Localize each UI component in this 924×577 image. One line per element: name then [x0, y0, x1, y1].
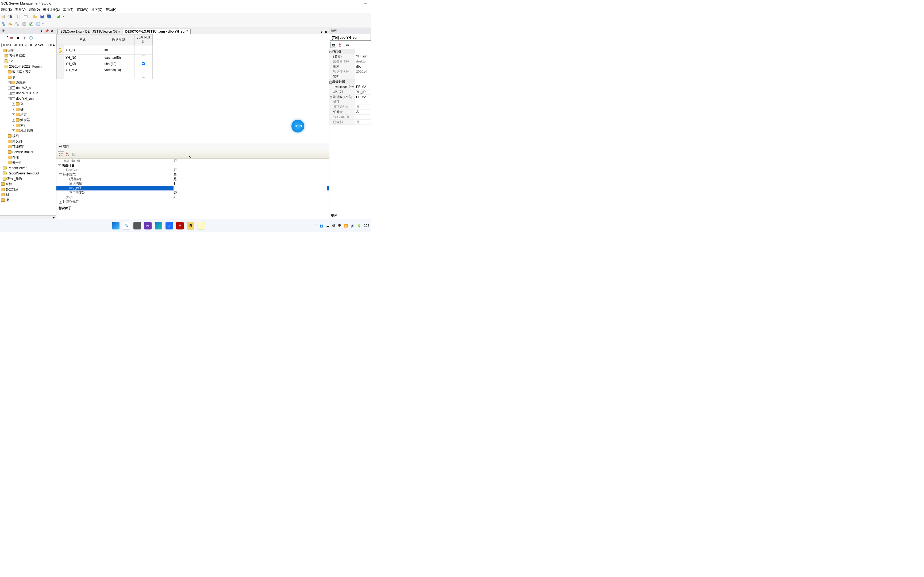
- meeting-app-icon[interactable]: ⌂: [165, 222, 173, 229]
- prop-row[interactable]: (是标识)是: [57, 177, 329, 181]
- relationships-button[interactable]: [15, 21, 20, 27]
- alphabetical-button[interactable]: AZ: [65, 152, 70, 157]
- save-button[interactable]: [39, 14, 45, 19]
- menu-view[interactable]: 查看(V): [15, 8, 26, 12]
- allow-null-checkbox[interactable]: [142, 74, 145, 77]
- menu-debug[interactable]: 调试(D): [29, 8, 40, 12]
- ft-index-button[interactable]: [35, 21, 41, 27]
- notepad-icon[interactable]: [197, 222, 205, 229]
- cell-name[interactable]: YH_ID: [64, 45, 103, 55]
- activity-button[interactable]: [56, 14, 62, 19]
- tray-clock[interactable]: 202: [364, 224, 369, 227]
- tab-designer[interactable]: DESKTOP-LOJGT3U....um - dbo.YH_sun*: [122, 29, 191, 34]
- refresh-icon[interactable]: [28, 35, 34, 41]
- start-button[interactable]: [112, 222, 120, 229]
- task-view-button[interactable]: [133, 222, 141, 229]
- tab-close-icon[interactable]: ✕: [325, 30, 327, 34]
- prop-category[interactable]: −表设计器: [57, 163, 329, 168]
- menu-table-designer[interactable]: 表设计器(L): [43, 8, 60, 12]
- col-header-null[interactable]: 允许 Null 值: [134, 34, 152, 45]
- menu-help[interactable]: 帮助(H): [106, 8, 116, 12]
- cell-type[interactable]: int: [103, 45, 134, 55]
- tray-battery-icon[interactable]: 🔋: [357, 224, 361, 227]
- connect-button[interactable]: [0, 35, 6, 41]
- indexes-button[interactable]: [21, 21, 27, 27]
- window-titlebar: SQL Server Management Studio —: [0, 0, 372, 6]
- object-explorer-title: 器: [2, 29, 38, 33]
- close-icon[interactable]: ✕: [50, 29, 54, 33]
- categorize-button[interactable]: ▦: [330, 42, 336, 48]
- windows-taskbar: 🔍 ⋈ ⌂ A 🗄 ˄ 👥 ☁ 拼 中 📶 🔊 🔋 202: [0, 219, 372, 232]
- mouse-cursor-icon: ↖: [189, 155, 192, 159]
- tray-chevron-icon[interactable]: ˄: [315, 224, 317, 227]
- check-constraints-button[interactable]: [28, 21, 34, 27]
- properties-object-select[interactable]: [Tbl] dbo.YH_sun: [330, 35, 371, 40]
- svg-rect-19: [59, 153, 60, 154]
- scroll-right-icon[interactable]: ▸: [53, 216, 55, 219]
- collapse-icon[interactable]: −: [8, 97, 11, 100]
- svg-point-12: [9, 23, 10, 25]
- menu-tools[interactable]: 工具(T): [63, 8, 73, 12]
- pin-icon[interactable]: 📌: [45, 29, 49, 33]
- table-designer-grid[interactable]: 列名 数据类型 允许 Null 值 ▸🔑 YH_ID int YH_NC var…: [57, 34, 329, 143]
- tray-onedrive-icon[interactable]: ☁: [326, 224, 330, 227]
- table-row: [57, 73, 153, 79]
- tray-wifi-icon[interactable]: 📶: [344, 224, 348, 227]
- edge-icon[interactable]: [155, 222, 162, 229]
- disconnect-button[interactable]: [9, 35, 15, 41]
- new-query-button[interactable]: [0, 14, 6, 19]
- prop-row[interactable]: +计算列规范: [57, 200, 329, 204]
- allow-null-checkbox[interactable]: [142, 62, 145, 65]
- svg-rect-6: [48, 16, 51, 18]
- expand-icon[interactable]: +: [8, 81, 11, 84]
- tray-ime-icon[interactable]: 拼: [332, 223, 335, 228]
- alphabetical-button[interactable]: AZ: [338, 42, 343, 48]
- tray-ime-lang[interactable]: 中: [338, 223, 341, 228]
- generate-change-script-button[interactable]: [0, 21, 6, 27]
- folder-icon: [3, 49, 7, 52]
- save-all-button[interactable]: [46, 14, 52, 19]
- col-header-type[interactable]: 数据类型: [103, 34, 134, 45]
- svg-rect-23: [73, 153, 75, 156]
- properties-description: 架构: [330, 212, 372, 219]
- prop-row-selected[interactable]: 标识种子1: [57, 186, 329, 190]
- allow-null-checkbox[interactable]: [142, 68, 145, 71]
- prop-row: 简洁数据类型int: [57, 204, 329, 205]
- filter-icon[interactable]: [22, 35, 27, 41]
- stop-button[interactable]: ◼: [15, 35, 21, 41]
- ssms-icon[interactable]: 🗄: [187, 222, 194, 229]
- dropdown-icon[interactable]: ▾: [39, 29, 44, 33]
- menu-window[interactable]: 窗口(W): [77, 8, 88, 12]
- set-primary-key-button[interactable]: [8, 21, 13, 27]
- new-item-button[interactable]: [16, 14, 22, 19]
- adobe-icon[interactable]: A: [176, 222, 184, 229]
- svg-rect-7: [57, 16, 58, 18]
- open-button[interactable]: [32, 14, 38, 19]
- categorize-button[interactable]: [58, 152, 64, 157]
- svg-rect-10: [2, 23, 3, 24]
- new-project-button[interactable]: [23, 14, 29, 19]
- tray-volume-icon[interactable]: 🔊: [351, 224, 355, 227]
- property-pages-button[interactable]: [71, 152, 77, 157]
- menu-community[interactable]: 社区(C): [91, 8, 102, 12]
- visual-studio-icon[interactable]: ⋈: [144, 222, 152, 229]
- properties-grid[interactable]: −(标识) (名称)YH_sun 服务器名称deskto 架构dbo 数据库名称…: [330, 49, 372, 125]
- tray-app-icon[interactable]: 👥: [320, 224, 323, 227]
- col-header-name[interactable]: 列名: [64, 34, 103, 45]
- object-explorer-tree[interactable]: TOP-LOJGT3U (SQL Server 10.50.40 据库 系统数据…: [0, 42, 56, 215]
- prop-row[interactable]: 标识增量1: [57, 181, 329, 186]
- property-pages-button[interactable]: ▭: [344, 42, 350, 48]
- tab-dropdown-icon[interactable]: ▾: [321, 30, 322, 34]
- allow-null-checkbox[interactable]: [142, 56, 145, 59]
- allow-null-checkbox[interactable]: [142, 48, 145, 51]
- toolbar-main: (N) ▾: [0, 13, 372, 20]
- menu-edit[interactable]: 编辑(E): [1, 8, 12, 12]
- table-row: YH_XB char(10): [57, 61, 153, 67]
- minimize-button[interactable]: —: [361, 2, 370, 5]
- toolbar-table: ▾: [0, 20, 372, 28]
- search-button[interactable]: 🔍: [123, 222, 130, 229]
- tab-query[interactable]: SQLQuery1.sql - DE...JGT3U\legion (57)): [58, 29, 123, 34]
- prop-row[interactable]: −标识规范是: [57, 172, 329, 177]
- properties-panel: 属性 [Tbl] dbo.YH_sun ▦ AZ ▭ −(标识) (名称)YH_…: [329, 28, 372, 219]
- prop-row[interactable]: 不用于复制否: [57, 190, 329, 195]
